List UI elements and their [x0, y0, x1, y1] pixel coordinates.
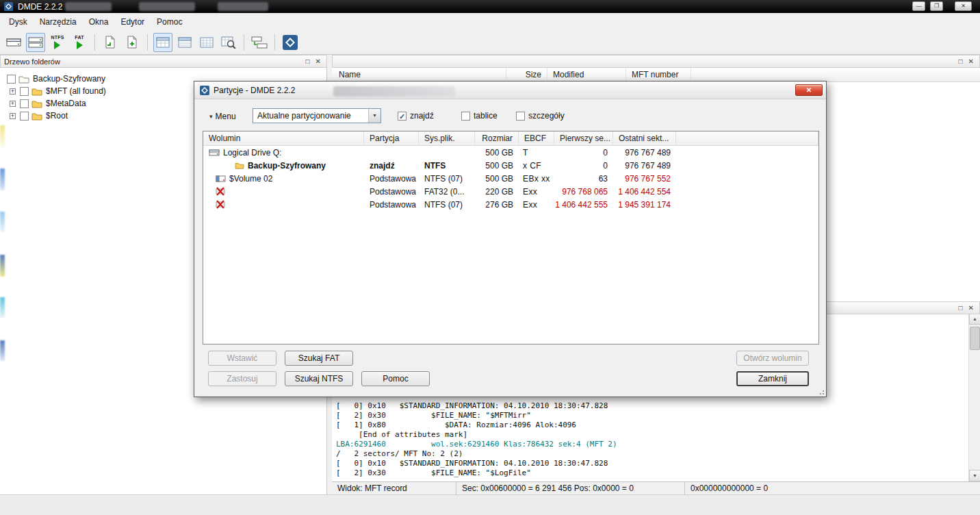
tree-checkbox[interactable] — [20, 99, 29, 108]
close-button[interactable]: ✕ — [955, 1, 972, 11]
panel-close-icon[interactable]: ✕ — [968, 58, 974, 65]
partitions-dialog: Partycje - DMDE 2.2.2 ✕ ▾ Menu Aktualne … — [194, 81, 827, 397]
col-sysplik[interactable]: Sys.plik. — [419, 131, 475, 145]
folder-icon — [31, 87, 42, 96]
search-fat-dialog-button[interactable]: Szukaj FAT — [285, 351, 353, 366]
col-ebcf[interactable]: EBCF — [519, 131, 554, 145]
list-view-icon — [178, 37, 192, 48]
expand-icon[interactable]: + — [10, 101, 16, 107]
menu-arrow-icon: ▾ — [209, 113, 213, 120]
col-ostatni[interactable]: Ostatni sekt... — [613, 131, 676, 145]
restore-button[interactable]: ❐ — [930, 1, 943, 11]
search-fat-button[interactable]: FAT — [70, 33, 89, 52]
search-view-button[interactable] — [219, 33, 238, 52]
toolbar-separator — [94, 34, 95, 51]
column-size[interactable]: Size — [506, 68, 547, 81]
view-table-button[interactable] — [153, 33, 172, 52]
dialog-icon — [200, 86, 209, 95]
log-line: [End of attributes mark] — [336, 430, 617, 440]
insert-button: Wstawić — [208, 351, 276, 366]
scroll-up-button[interactable]: ▲ — [969, 313, 980, 325]
col-partycja[interactable]: Partycja — [364, 131, 419, 145]
toolbar-separator — [244, 34, 244, 51]
partition-row[interactable]: Podstawowa (A) FAT32 (0... 220 GB Exx 97… — [203, 185, 818, 198]
panel-restore-icon[interactable]: □ — [306, 58, 310, 65]
status-bar: Widok: MFT record Sec: 0x00600000 = 6 29… — [332, 481, 980, 494]
tree-checkbox[interactable] — [20, 112, 29, 121]
recover-file-button[interactable] — [101, 33, 120, 52]
tree-checkbox[interactable] — [7, 75, 16, 84]
dialog-menu-button[interactable]: ▾ Menu — [204, 109, 242, 124]
search-grid-icon — [221, 36, 236, 49]
volume-icon — [216, 175, 226, 183]
select-drive-button[interactable] — [26, 33, 45, 52]
partition-row[interactable]: $Volume 02 Podstawowa NTFS (07) 500 GB E… — [203, 172, 818, 185]
vertical-scrollbar[interactable]: ▲ ▼ — [968, 313, 980, 481]
scroll-down-icon: ▼ — [972, 473, 977, 478]
view-list-button[interactable] — [175, 33, 194, 52]
clone-drive-button[interactable] — [250, 33, 269, 52]
expand-icon[interactable]: + — [10, 113, 16, 119]
drive-stack-icon — [28, 36, 43, 49]
app-icon — [4, 2, 13, 11]
menu-narzedzia[interactable]: Narzędzia — [34, 15, 83, 29]
expand-icon[interactable]: + — [10, 88, 16, 95]
panel-restore-icon[interactable]: □ — [959, 58, 963, 65]
file-panel-header: □ ✕ — [332, 55, 980, 68]
column-mft-number[interactable]: MFT number — [626, 68, 691, 81]
dialog-controls: ▾ Menu Aktualne partycjonowanie ▼ ✓ znaj… — [194, 99, 826, 131]
col-filler — [676, 131, 818, 145]
resize-grip[interactable] — [818, 388, 825, 395]
menu-okna[interactable]: Okna — [83, 15, 115, 29]
checkbox-unchecked — [461, 112, 470, 121]
scrollbar-thumb[interactable] — [970, 327, 980, 350]
dialog-close-button[interactable]: ✕ — [795, 84, 823, 96]
partition-row[interactable]: Backup-Szyfrowany znajdź NTFS 500 GB x C… — [203, 159, 818, 172]
panel-close-icon[interactable]: ✕ — [968, 305, 974, 312]
column-name[interactable]: Name — [332, 68, 506, 81]
copy-drives-icon — [251, 36, 268, 49]
open-drive-button[interactable] — [4, 33, 23, 52]
help-button[interactable]: Pomoc — [361, 371, 430, 386]
partition-mode-select[interactable]: Aktualne partycjonowanie ▼ — [253, 108, 381, 123]
menu-dysk[interactable]: Dysk — [3, 15, 34, 29]
about-dmde-button[interactable] — [281, 33, 300, 52]
partition-row[interactable]: Podstawowa NTFS (07) 276 GB Exx 1 406 44… — [203, 198, 818, 211]
toolbar: NTFS FAT — [0, 30, 980, 55]
view-grid-button[interactable] — [197, 33, 216, 52]
log-line: [ 2] 0x30 $FILE_NAME: "$MFTMirr" — [336, 411, 617, 420]
checkbox-szczegoly[interactable]: szczegóły — [516, 111, 565, 121]
desktop-icon-sliver — [0, 125, 5, 147]
folder-icon — [31, 99, 42, 108]
desktop-icon-sliver — [0, 297, 5, 318]
close-dialog-button[interactable]: Zamknij — [736, 371, 809, 386]
panel-restore-icon[interactable]: □ — [959, 305, 963, 312]
file-list-columns: Name Size Modified MFT number — [332, 68, 980, 82]
checkbox-znajdz[interactable]: ✓ znajdź — [398, 111, 434, 121]
partition-row[interactable]: Logical Drive Q: 500 GB T 0 976 767 489 — [203, 146, 818, 159]
new-document-button[interactable] — [122, 33, 142, 52]
status-sector-position: Sec: 0x00600000 = 6 291 456 Pos: 0x0000 … — [456, 482, 685, 494]
col-pierwszy[interactable]: Pierwszy se... — [554, 131, 613, 145]
checkbox-tablice[interactable]: tablice — [461, 111, 498, 121]
col-rozmiar[interactable]: Rozmiar — [475, 131, 519, 145]
partition-mode-value: Aktualne partycjonowanie — [253, 111, 368, 121]
tree-checkbox[interactable] — [20, 87, 29, 96]
drive-icon — [6, 37, 21, 48]
menu-edytor[interactable]: Edytor — [114, 15, 151, 29]
status-view-mode: Widok: MFT record — [332, 482, 456, 494]
col-wolumin[interactable]: Wolumin — [203, 131, 364, 145]
search-ntfs-button[interactable]: NTFS — [48, 33, 67, 52]
dialog-titlebar[interactable]: Partycje - DMDE 2.2.2 ✕ — [194, 81, 826, 99]
log-line: [ 0] 0x10 $STANDARD_INFORMATION: 04.10.2… — [336, 401, 617, 411]
panel-close-icon[interactable]: ✕ — [315, 58, 321, 65]
minimize-button[interactable]: — — [912, 1, 925, 11]
window-title: DMDE 2.2.2 — [18, 2, 62, 12]
deleted-partition-icon — [216, 187, 225, 196]
dmde-logo-icon — [283, 35, 298, 50]
scroll-down-button[interactable]: ▼ — [969, 470, 980, 481]
search-ntfs-dialog-button[interactable]: Szukaj NTFS — [285, 371, 353, 386]
menu-pomoc[interactable]: Pomoc — [151, 15, 188, 29]
play-icon — [77, 41, 83, 49]
column-modified[interactable]: Modified — [547, 68, 626, 81]
